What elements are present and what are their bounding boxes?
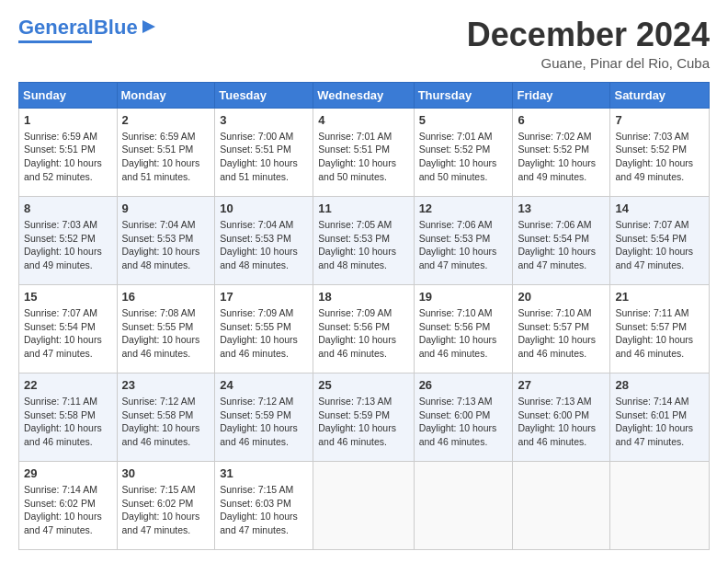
sunrise-text: Sunrise: 7:04 AM [122, 219, 196, 230]
day-number: 15 [24, 289, 112, 305]
table-row: 14 Sunrise: 7:07 AM Sunset: 5:54 PM Dayl… [610, 196, 710, 284]
day-number: 30 [122, 465, 210, 482]
svg-marker-0 [142, 20, 155, 33]
sunset-text: Sunset: 5:51 PM [24, 144, 96, 155]
daylight-label: Daylight: 10 hours and 46 minutes. [318, 422, 396, 447]
table-row: 23 Sunrise: 7:12 AM Sunset: 5:58 PM Dayl… [117, 373, 215, 461]
day-number: 28 [615, 377, 704, 394]
day-number: 13 [518, 201, 605, 217]
sunset-text: Sunset: 5:56 PM [318, 321, 390, 332]
sunset-text: Sunset: 6:03 PM [220, 498, 291, 509]
sunset-text: Sunset: 5:57 PM [518, 321, 589, 332]
logo: GeneralBlue [18, 17, 157, 43]
day-number: 11 [318, 201, 408, 217]
daylight-label: Daylight: 10 hours and 46 minutes. [122, 422, 200, 447]
sunset-text: Sunset: 5:59 PM [220, 409, 291, 420]
daylight-label: Daylight: 10 hours and 50 minutes. [318, 157, 396, 182]
daylight-label: Daylight: 10 hours and 49 minutes. [518, 157, 596, 182]
table-row: 21 Sunrise: 7:11 AM Sunset: 5:57 PM Dayl… [610, 284, 710, 373]
daylight-label: Daylight: 10 hours and 47 minutes. [122, 511, 200, 535]
day-number: 12 [419, 201, 508, 217]
daylight-label: Daylight: 10 hours and 52 minutes. [24, 157, 102, 182]
day-number: 2 [122, 112, 210, 129]
logo-underline [18, 40, 92, 43]
daylight-label: Daylight: 10 hours and 46 minutes. [419, 334, 497, 359]
table-row: 17 Sunrise: 7:09 AM Sunset: 5:55 PM Dayl… [215, 284, 313, 373]
day-number: 21 [615, 289, 704, 305]
daylight-label: Daylight: 10 hours and 46 minutes. [518, 334, 596, 359]
col-friday: Friday [513, 82, 610, 108]
table-row: 30 Sunrise: 7:15 AM Sunset: 6:02 PM Dayl… [117, 461, 215, 549]
sunset-text: Sunset: 5:59 PM [318, 409, 390, 420]
sunrise-text: Sunrise: 7:15 AM [122, 484, 196, 495]
table-row: 12 Sunrise: 7:06 AM Sunset: 5:53 PM Dayl… [414, 196, 513, 284]
sunrise-text: Sunrise: 7:04 AM [220, 219, 293, 230]
sunset-text: Sunset: 6:02 PM [122, 498, 194, 509]
calendar: Sunday Monday Tuesday Wednesday Thursday… [18, 82, 710, 550]
day-number: 24 [220, 377, 308, 394]
sunset-text: Sunset: 5:53 PM [419, 233, 491, 244]
sunrise-text: Sunrise: 7:10 AM [419, 307, 493, 318]
sunrise-text: Sunrise: 7:07 AM [24, 307, 97, 318]
table-row: 6 Sunrise: 7:02 AM Sunset: 5:52 PM Dayli… [513, 108, 610, 196]
calendar-header-row: Sunday Monday Tuesday Wednesday Thursday… [19, 82, 710, 108]
table-row: 5 Sunrise: 7:01 AM Sunset: 5:52 PM Dayli… [414, 108, 513, 196]
sunrise-text: Sunrise: 7:09 AM [318, 307, 392, 318]
daylight-label: Daylight: 10 hours and 47 minutes. [419, 246, 497, 270]
sunset-text: Sunset: 5:53 PM [220, 233, 291, 244]
sunrise-text: Sunrise: 6:59 AM [122, 131, 196, 142]
sunrise-text: Sunrise: 7:10 AM [518, 307, 591, 318]
daylight-label: Daylight: 10 hours and 48 minutes. [318, 246, 396, 270]
table-row: 8 Sunrise: 7:03 AM Sunset: 5:52 PM Dayli… [19, 196, 118, 284]
day-number: 9 [122, 201, 210, 217]
daylight-label: Daylight: 10 hours and 46 minutes. [518, 422, 596, 447]
daylight-label: Daylight: 10 hours and 47 minutes. [220, 511, 298, 535]
sunrise-text: Sunrise: 7:02 AM [518, 131, 591, 142]
calendar-week-row: 8 Sunrise: 7:03 AM Sunset: 5:52 PM Dayli… [19, 196, 710, 284]
sunrise-text: Sunrise: 7:11 AM [615, 307, 688, 318]
sunrise-text: Sunrise: 7:14 AM [24, 484, 97, 495]
sunset-text: Sunset: 5:55 PM [122, 321, 194, 332]
col-thursday: Thursday [414, 82, 513, 108]
daylight-label: Daylight: 10 hours and 51 minutes. [220, 157, 298, 182]
logo-text: GeneralBlue [18, 17, 138, 38]
sunrise-text: Sunrise: 7:06 AM [419, 219, 493, 230]
day-number: 18 [318, 289, 408, 305]
calendar-week-row: 29 Sunrise: 7:14 AM Sunset: 6:02 PM Dayl… [19, 461, 710, 549]
table-row: 25 Sunrise: 7:13 AM Sunset: 5:59 PM Dayl… [313, 373, 414, 461]
daylight-label: Daylight: 10 hours and 47 minutes. [615, 246, 693, 270]
table-row: 13 Sunrise: 7:06 AM Sunset: 5:54 PM Dayl… [513, 196, 610, 284]
sunset-text: Sunset: 5:53 PM [122, 233, 194, 244]
daylight-label: Daylight: 10 hours and 50 minutes. [419, 157, 497, 182]
daylight-label: Daylight: 10 hours and 46 minutes. [615, 334, 693, 359]
daylight-label: Daylight: 10 hours and 47 minutes. [518, 246, 596, 270]
day-number: 20 [518, 289, 605, 305]
table-row: 24 Sunrise: 7:12 AM Sunset: 5:59 PM Dayl… [215, 373, 313, 461]
sunset-text: Sunset: 6:00 PM [419, 409, 491, 420]
day-number: 23 [122, 377, 210, 394]
sunrise-text: Sunrise: 7:03 AM [615, 131, 688, 142]
sunrise-text: Sunrise: 7:09 AM [220, 307, 293, 318]
daylight-label: Daylight: 10 hours and 48 minutes. [122, 246, 200, 270]
page: GeneralBlue December 2024 Guane, Pinar d… [0, 0, 728, 563]
table-row: 31 Sunrise: 7:15 AM Sunset: 6:03 PM Dayl… [215, 461, 313, 549]
daylight-label: Daylight: 10 hours and 49 minutes. [24, 246, 102, 270]
sunset-text: Sunset: 5:55 PM [220, 321, 291, 332]
table-row [313, 461, 414, 549]
sunset-text: Sunset: 5:51 PM [122, 144, 194, 155]
sunset-text: Sunset: 5:54 PM [24, 321, 96, 332]
day-number: 5 [419, 112, 508, 129]
table-row: 29 Sunrise: 7:14 AM Sunset: 6:02 PM Dayl… [19, 461, 118, 549]
logo-blue: Blue [94, 16, 138, 39]
table-row: 16 Sunrise: 7:08 AM Sunset: 5:55 PM Dayl… [117, 284, 215, 373]
sunrise-text: Sunrise: 7:06 AM [518, 219, 591, 230]
day-number: 22 [24, 377, 112, 394]
sunset-text: Sunset: 5:51 PM [318, 144, 390, 155]
day-number: 8 [24, 201, 112, 217]
table-row: 3 Sunrise: 7:00 AM Sunset: 5:51 PM Dayli… [215, 108, 313, 196]
col-saturday: Saturday [610, 82, 710, 108]
day-number: 27 [518, 377, 605, 394]
daylight-label: Daylight: 10 hours and 46 minutes. [318, 334, 396, 359]
sunrise-text: Sunrise: 7:11 AM [24, 396, 97, 407]
month-title: December 2024 [467, 17, 710, 53]
